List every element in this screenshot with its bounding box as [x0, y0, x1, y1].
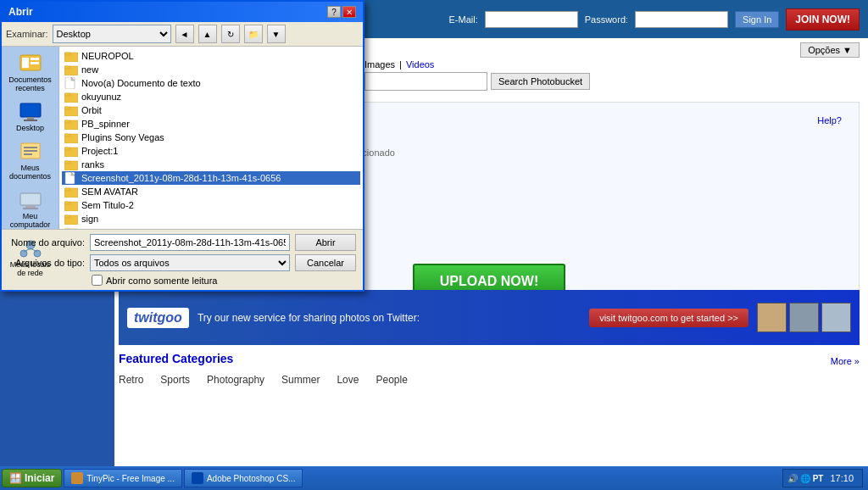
file-icon	[64, 77, 78, 89]
file-item[interactable]: NEUROPOL	[62, 49, 360, 63]
nav-refresh-button[interactable]: ↻	[221, 25, 240, 43]
folder-icon	[64, 226, 78, 229]
twitgoo-text: Try our new service for sharing photos o…	[198, 312, 581, 324]
tray-area: 🔊 🌐 PT 17:10	[782, 469, 863, 487]
place-recent-label: Documentos recentes	[7, 75, 54, 92]
svg-point-15	[20, 250, 27, 257]
email-input[interactable]	[485, 11, 578, 28]
dialog-help-button[interactable]: ?	[327, 6, 341, 18]
file-name: SEM AVATAR	[81, 187, 138, 197]
nav-back-button[interactable]: ◄	[175, 25, 194, 43]
place-desktop[interactable]: Desktop	[5, 99, 56, 135]
dialog-places: Documentos recentes Desktop	[2, 47, 59, 229]
file-item[interactable]: Orbit	[62, 103, 360, 117]
file-item[interactable]: Untitled-1	[62, 226, 360, 229]
nav-up-button[interactable]: ▲	[198, 25, 217, 43]
file-name: new	[81, 64, 98, 75]
folder-icon	[64, 50, 78, 62]
file-item[interactable]: Plugins Sony Vegas	[62, 131, 360, 144]
svg-rect-6	[24, 120, 37, 121]
taskbar: 🪟 Iniciar TinyPic - Free Image ... Adobe…	[0, 466, 868, 490]
tray-icon-1: 🔊	[787, 474, 798, 483]
dialog-close-button[interactable]: ✕	[342, 6, 356, 18]
place-docs[interactable]: Meus documentos	[5, 139, 56, 183]
file-item[interactable]: Screenshot_2011y-08m-28d-11h-13m-41s-065…	[62, 171, 360, 185]
file-name: okuyunuz	[81, 92, 121, 102]
cancel-button[interactable]: Cancelar	[295, 254, 356, 271]
svg-rect-44	[64, 215, 70, 218]
readonly-checkbox[interactable]	[92, 275, 103, 286]
file-item[interactable]: sign	[62, 212, 360, 226]
dialog-window: Abrir ? ✕ Examinar: Desktop ◄ ▲ ↻ 📁 ▼	[0, 0, 364, 292]
file-name: Novo(a) Documento de texto	[81, 78, 201, 88]
cat-photography[interactable]: Photography	[207, 374, 264, 386]
photoshop-icon	[192, 472, 203, 484]
nav-new-folder-button[interactable]: 📁	[244, 25, 263, 43]
place-desktop-label: Desktop	[16, 124, 44, 132]
featured-more-link[interactable]: More »	[831, 356, 860, 366]
filetype-select[interactable]: Todos os arquivos	[90, 254, 290, 271]
cat-sports[interactable]: Sports	[160, 374, 190, 386]
svg-rect-20	[64, 53, 70, 55]
filename-input[interactable]	[90, 234, 290, 251]
tab-videos[interactable]: Videos	[406, 59, 434, 70]
signin-button[interactable]: Sign In	[735, 11, 779, 28]
twitgoo-visit-button[interactable]: visit twitgoo.com to get started >>	[589, 309, 748, 327]
file-item[interactable]: Project:1	[62, 144, 360, 158]
file-name: sign	[81, 214, 98, 224]
file-name: NEUROPOL	[81, 51, 134, 61]
start-label: Iniciar	[25, 472, 54, 484]
file-name: Project:1	[81, 146, 118, 156]
file-icon	[64, 172, 78, 184]
password-label: Password:	[585, 14, 628, 25]
file-item[interactable]: Novo(a) Documento de texto	[62, 76, 360, 90]
nav-view-button[interactable]: ▼	[267, 25, 286, 43]
search-button[interactable]: Search Photobucket	[491, 73, 590, 90]
computer-icon	[19, 190, 42, 210]
dialog-files[interactable]: NEUROPOL new Novo(a) Documento de texto …	[59, 47, 363, 229]
file-item[interactable]: SEM AVATAR	[62, 185, 360, 198]
svg-rect-13	[23, 208, 38, 209]
cat-love[interactable]: Love	[337, 374, 359, 386]
dialog-titlebar: Abrir ? ✕	[2, 2, 363, 22]
file-item[interactable]: okuyunuz	[62, 90, 360, 103]
open-button[interactable]: Abrir	[295, 234, 356, 251]
join-button[interactable]: JOIN NOW!	[786, 8, 860, 31]
filename-row: Nome do arquivo: Abrir	[8, 234, 356, 251]
svg-rect-4	[20, 103, 41, 117]
cat-people[interactable]: People	[376, 374, 407, 386]
place-computer[interactable]: Meu computador	[5, 187, 56, 231]
lang-indicator: PT	[813, 474, 824, 483]
place-computer-label: Meu computador	[7, 212, 54, 229]
dialog-toolbar: Examinar: Desktop ◄ ▲ ↻ 📁 ▼	[2, 22, 363, 47]
cat-summer[interactable]: Summer	[281, 374, 320, 386]
dialog-controls: ? ✕	[327, 6, 356, 18]
file-name: Untitled-1	[81, 227, 121, 229]
file-item[interactable]: PB_spinner	[62, 117, 360, 131]
start-button[interactable]: 🪟 Iniciar	[2, 469, 62, 487]
taskbar-photoshop[interactable]: Adobe Photoshop CS...	[184, 469, 303, 487]
recent-icon	[19, 53, 42, 74]
file-item[interactable]: new	[62, 63, 360, 76]
file-item[interactable]: ranks	[62, 158, 360, 171]
search-input[interactable]	[364, 72, 487, 91]
file-name: Screenshot_2011y-08m-28d-11h-13m-41s-065…	[81, 173, 281, 183]
clock: 17:10	[826, 473, 858, 483]
folder-icon	[64, 91, 78, 103]
svg-rect-5	[27, 117, 34, 120]
taskbar-tinypic[interactable]: TinyPic - Free Image ...	[64, 469, 182, 487]
location-select[interactable]: Desktop	[53, 25, 171, 43]
file-item[interactable]: Sem Titulo-2	[62, 198, 360, 212]
filetype-row: Arquivos do tipo: Todos os arquivos Canc…	[8, 254, 356, 271]
place-recent[interactable]: Documentos recentes	[5, 51, 56, 95]
folder-icon	[64, 213, 78, 225]
help-link[interactable]: Help?	[817, 115, 842, 125]
password-input[interactable]	[635, 11, 728, 28]
tab-images[interactable]: Images	[364, 59, 395, 70]
folder-icon	[64, 64, 78, 75]
filetype-label: Arquivos do tipo:	[8, 258, 85, 268]
twitgoo-photo-3	[821, 303, 851, 332]
options-button[interactable]: Opções ▼	[800, 42, 860, 58]
place-docs-label: Meus documentos	[7, 164, 54, 181]
cat-retro[interactable]: Retro	[119, 374, 143, 386]
